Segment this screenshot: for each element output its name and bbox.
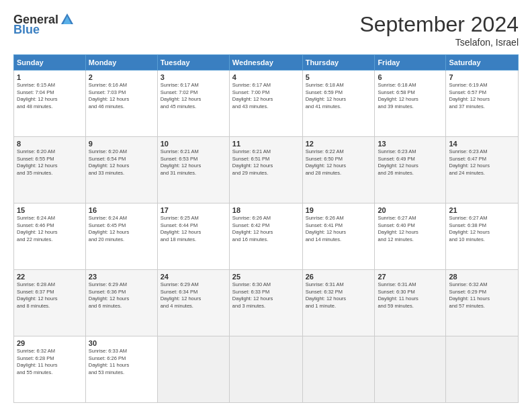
week-row-1: 1Sunrise: 6:15 AM Sunset: 7:04 PM Daylig… [14, 71, 519, 137]
day-number: 15 [17, 206, 83, 214]
day-info: Sunrise: 6:27 AM Sunset: 6:40 PM Dayligh… [378, 215, 443, 243]
week-row-3: 15Sunrise: 6:24 AM Sunset: 6:46 PM Dayli… [14, 203, 519, 270]
day-cell: 20Sunrise: 6:27 AM Sunset: 6:40 PM Dayli… [375, 203, 446, 270]
day-cell: 15Sunrise: 6:24 AM Sunset: 6:46 PM Dayli… [14, 203, 86, 270]
day-cell: 28Sunrise: 6:32 AM Sunset: 6:29 PM Dayli… [446, 270, 519, 336]
day-info: Sunrise: 6:22 AM Sunset: 6:50 PM Dayligh… [306, 148, 372, 177]
day-info: Sunrise: 6:29 AM Sunset: 6:34 PM Dayligh… [161, 281, 226, 310]
day-cell [229, 336, 302, 403]
day-number: 1 [17, 73, 83, 81]
day-cell [446, 336, 519, 403]
location: Tselafon, Israel [359, 37, 519, 48]
day-info: Sunrise: 6:24 AM Sunset: 6:45 PM Dayligh… [89, 215, 154, 243]
day-info: Sunrise: 6:31 AM Sunset: 6:32 PM Dayligh… [306, 281, 372, 310]
week-row-2: 8Sunrise: 6:20 AM Sunset: 6:55 PM Daylig… [14, 137, 519, 203]
day-number: 7 [449, 73, 515, 81]
day-number: 17 [161, 206, 226, 214]
day-cell: 4Sunrise: 6:17 AM Sunset: 7:00 PM Daylig… [229, 71, 302, 137]
day-cell: 9Sunrise: 6:20 AM Sunset: 6:54 PM Daylig… [85, 137, 157, 203]
day-cell: 10Sunrise: 6:21 AM Sunset: 6:53 PM Dayli… [157, 137, 229, 203]
day-number: 21 [449, 206, 515, 214]
day-cell: 3Sunrise: 6:17 AM Sunset: 7:02 PM Daylig… [157, 71, 229, 137]
day-cell [157, 336, 229, 403]
day-info: Sunrise: 6:19 AM Sunset: 6:57 PM Dayligh… [449, 82, 515, 110]
day-number: 18 [232, 206, 300, 214]
day-number: 11 [232, 140, 300, 148]
day-cell: 23Sunrise: 6:29 AM Sunset: 6:36 PM Dayli… [85, 270, 157, 336]
day-info: Sunrise: 6:17 AM Sunset: 7:00 PM Dayligh… [232, 82, 300, 110]
day-info: Sunrise: 6:32 AM Sunset: 6:28 PM Dayligh… [17, 348, 83, 376]
day-info: Sunrise: 6:16 AM Sunset: 7:03 PM Dayligh… [89, 82, 154, 110]
day-info: Sunrise: 6:25 AM Sunset: 6:44 PM Dayligh… [161, 215, 226, 243]
day-cell: 18Sunrise: 6:26 AM Sunset: 6:42 PM Dayli… [229, 203, 302, 270]
column-header-saturday: Saturday [446, 55, 519, 71]
day-cell: 21Sunrise: 6:27 AM Sunset: 6:38 PM Dayli… [446, 203, 519, 270]
day-cell: 24Sunrise: 6:29 AM Sunset: 6:34 PM Dayli… [157, 270, 229, 336]
day-cell: 17Sunrise: 6:25 AM Sunset: 6:44 PM Dayli… [157, 203, 229, 270]
day-number: 6 [378, 73, 443, 81]
day-info: Sunrise: 6:17 AM Sunset: 7:02 PM Dayligh… [161, 82, 226, 110]
day-cell: 2Sunrise: 6:16 AM Sunset: 7:03 PM Daylig… [85, 71, 157, 137]
day-info: Sunrise: 6:33 AM Sunset: 6:26 PM Dayligh… [89, 348, 154, 376]
day-number: 28 [449, 273, 515, 281]
day-cell [302, 336, 375, 403]
column-header-friday: Friday [375, 55, 446, 71]
day-cell: 30Sunrise: 6:33 AM Sunset: 6:26 PM Dayli… [85, 336, 157, 403]
logo-icon [60, 12, 75, 27]
day-number: 13 [378, 140, 443, 148]
day-number: 22 [17, 273, 83, 281]
day-info: Sunrise: 6:20 AM Sunset: 6:54 PM Dayligh… [89, 148, 154, 177]
day-number: 4 [232, 73, 300, 81]
column-header-wednesday: Wednesday [229, 55, 302, 71]
header-row: SundayMondayTuesdayWednesdayThursdayFrid… [14, 55, 519, 71]
page: General Blue September 2024 Tselafon, Is… [0, 0, 532, 411]
week-row-4: 22Sunrise: 6:28 AM Sunset: 6:37 PM Dayli… [14, 270, 519, 336]
day-cell: 22Sunrise: 6:28 AM Sunset: 6:37 PM Dayli… [14, 270, 86, 336]
day-cell: 16Sunrise: 6:24 AM Sunset: 6:45 PM Dayli… [85, 203, 157, 270]
column-header-sunday: Sunday [14, 55, 86, 71]
day-cell: 6Sunrise: 6:18 AM Sunset: 6:58 PM Daylig… [375, 71, 446, 137]
day-cell: 29Sunrise: 6:32 AM Sunset: 6:28 PM Dayli… [14, 336, 86, 403]
header: General Blue September 2024 Tselafon, Is… [13, 12, 519, 48]
day-cell: 13Sunrise: 6:23 AM Sunset: 6:49 PM Dayli… [375, 137, 446, 203]
day-info: Sunrise: 6:26 AM Sunset: 6:42 PM Dayligh… [232, 215, 300, 243]
month-title: September 2024 [359, 12, 519, 37]
day-info: Sunrise: 6:28 AM Sunset: 6:37 PM Dayligh… [17, 281, 83, 310]
day-info: Sunrise: 6:18 AM Sunset: 6:59 PM Dayligh… [306, 82, 372, 110]
day-cell: 25Sunrise: 6:30 AM Sunset: 6:33 PM Dayli… [229, 270, 302, 336]
day-number: 30 [89, 339, 154, 347]
day-info: Sunrise: 6:23 AM Sunset: 6:47 PM Dayligh… [449, 148, 515, 177]
day-number: 29 [17, 339, 83, 347]
day-number: 12 [306, 140, 372, 148]
day-cell: 7Sunrise: 6:19 AM Sunset: 6:57 PM Daylig… [446, 71, 519, 137]
day-number: 9 [89, 140, 154, 148]
day-number: 2 [89, 73, 154, 81]
day-cell: 26Sunrise: 6:31 AM Sunset: 6:32 PM Dayli… [302, 270, 375, 336]
day-number: 14 [449, 140, 515, 148]
day-info: Sunrise: 6:32 AM Sunset: 6:29 PM Dayligh… [449, 281, 515, 310]
day-number: 16 [89, 206, 154, 214]
title-section: September 2024 Tselafon, Israel [359, 12, 519, 48]
day-info: Sunrise: 6:31 AM Sunset: 6:30 PM Dayligh… [378, 281, 443, 310]
week-row-5: 29Sunrise: 6:32 AM Sunset: 6:28 PM Dayli… [14, 336, 519, 403]
logo: General Blue [13, 12, 75, 37]
day-cell: 1Sunrise: 6:15 AM Sunset: 7:04 PM Daylig… [14, 71, 86, 137]
calendar-table: SundayMondayTuesdayWednesdayThursdayFrid… [13, 54, 519, 403]
day-info: Sunrise: 6:24 AM Sunset: 6:46 PM Dayligh… [17, 215, 83, 243]
day-cell: 11Sunrise: 6:21 AM Sunset: 6:51 PM Dayli… [229, 137, 302, 203]
day-cell [375, 336, 446, 403]
day-cell: 14Sunrise: 6:23 AM Sunset: 6:47 PM Dayli… [446, 137, 519, 203]
day-cell: 8Sunrise: 6:20 AM Sunset: 6:55 PM Daylig… [14, 137, 86, 203]
day-number: 8 [17, 140, 83, 148]
column-header-tuesday: Tuesday [157, 55, 229, 71]
logo-blue: Blue [13, 23, 40, 37]
day-info: Sunrise: 6:27 AM Sunset: 6:38 PM Dayligh… [449, 215, 515, 243]
day-info: Sunrise: 6:15 AM Sunset: 7:04 PM Dayligh… [17, 82, 83, 110]
day-cell: 12Sunrise: 6:22 AM Sunset: 6:50 PM Dayli… [302, 137, 375, 203]
day-info: Sunrise: 6:29 AM Sunset: 6:36 PM Dayligh… [89, 281, 154, 310]
day-number: 23 [89, 273, 154, 281]
day-number: 25 [232, 273, 300, 281]
day-info: Sunrise: 6:20 AM Sunset: 6:55 PM Dayligh… [17, 148, 83, 177]
day-info: Sunrise: 6:26 AM Sunset: 6:41 PM Dayligh… [306, 215, 372, 243]
day-number: 24 [161, 273, 226, 281]
